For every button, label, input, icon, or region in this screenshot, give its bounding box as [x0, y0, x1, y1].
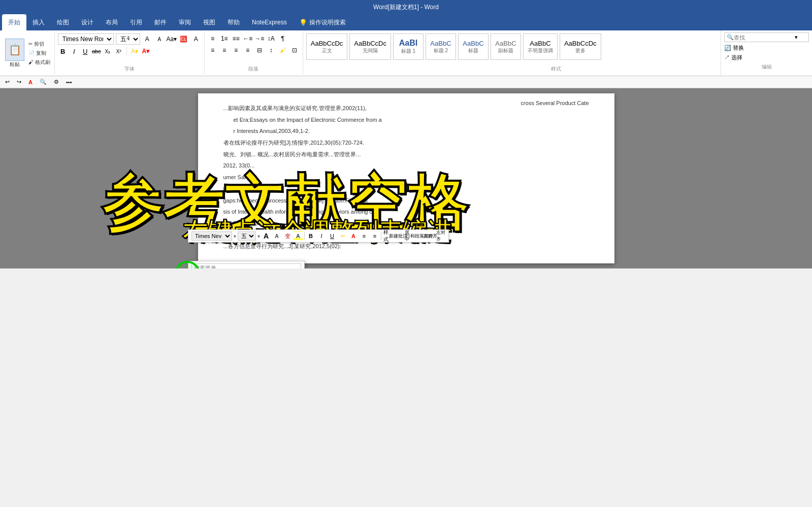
- paragraph-section: ≡ 1≡ ≡≡ ←≡ →≡ ↕A ¶ ≡ ≡ ≡ ≡ ⊟ ↕ 🖌 ⊡ 段落: [205, 31, 303, 75]
- line-spacing-button[interactable]: ↕: [266, 45, 276, 55]
- copy-icon: 📄: [28, 50, 35, 56]
- shrink-font-button[interactable]: A: [154, 34, 165, 44]
- style-emphasis[interactable]: AaBbC 不明显强调: [523, 33, 558, 60]
- find-input-row: 🔍 ▾: [724, 32, 809, 42]
- align-right-button[interactable]: ≡: [231, 45, 241, 55]
- subscript-button[interactable]: X₂: [103, 46, 113, 56]
- mini-align-left[interactable]: 左对齐: [426, 231, 435, 241]
- tab-view[interactable]: 视图: [197, 14, 221, 30]
- editing-label: 编辑: [724, 63, 809, 71]
- superscript-button[interactable]: X²: [114, 46, 124, 56]
- style-no-space[interactable]: AaBbCcDc 无间隔: [349, 33, 391, 60]
- tab-references[interactable]: 引用: [124, 14, 148, 30]
- font-section-label: 字体: [58, 65, 201, 73]
- font-row1: Times New Ron 五号 A A Aa▾ 🆑 A: [58, 33, 201, 45]
- undo-button[interactable]: ↩: [3, 78, 12, 86]
- style-heading2[interactable]: AaBbC 标题 2: [426, 33, 456, 60]
- style-heading1[interactable]: AaBI 标题 1: [393, 33, 424, 60]
- mini-transform[interactable]: 变: [283, 231, 292, 241]
- tab-noteexpress[interactable]: NoteExpress: [246, 14, 293, 30]
- fill-color-button[interactable]: 🖌: [278, 45, 288, 55]
- clipboard-section: 📋 粘贴 ✂ 剪切 📄 复制 🖌 格式刷: [2, 31, 55, 75]
- mini-font-select[interactable]: Times Nev: [191, 231, 232, 241]
- mini-bold[interactable]: B: [306, 231, 315, 241]
- clear-format-button[interactable]: 🆑: [179, 34, 189, 44]
- mini-indent[interactable]: ≡: [370, 231, 379, 241]
- italic-button[interactable]: I: [69, 46, 79, 56]
- find-bar: 🔍 ▾ 🔄 替换 ↗ 选择 编辑: [721, 30, 812, 75]
- style-normal-label: 正文: [311, 47, 343, 54]
- tab-review[interactable]: 审阅: [173, 14, 197, 30]
- style-title[interactable]: AaBbC 标题: [458, 33, 489, 60]
- mini-highlight[interactable]: A: [294, 231, 303, 241]
- replace-button[interactable]: 🔄 替换: [724, 44, 809, 52]
- sort-button[interactable]: ↕A: [266, 33, 276, 44]
- style-heading2-preview: AaBbC: [430, 40, 451, 47]
- tab-mailings[interactable]: 邮件: [148, 14, 173, 30]
- tab-design[interactable]: 设计: [75, 14, 100, 30]
- decrease-indent-button[interactable]: ←≡: [243, 33, 253, 44]
- mini-grow-font[interactable]: A: [262, 231, 271, 241]
- bullets-button[interactable]: ≡: [208, 33, 218, 44]
- align-left-button[interactable]: ≡: [208, 45, 218, 55]
- numbering-button[interactable]: 1≡: [219, 33, 230, 44]
- context-menu: ✂ 剪切(T) 📄 复制(C) 📋 粘贴选项: 📋 📄 A ⬜: [188, 261, 305, 268]
- mini-color[interactable]: A: [349, 231, 358, 241]
- text-effect-button[interactable]: A: [191, 34, 201, 44]
- mini-underline[interactable]: U: [328, 231, 337, 241]
- style-subtitle[interactable]: AaBbC 副标题: [491, 33, 521, 60]
- style-more[interactable]: AaBbCcDc 更多: [560, 33, 601, 60]
- cut-button[interactable]: ✂ 剪切: [27, 40, 51, 48]
- mini-list[interactable]: ≡: [360, 231, 369, 241]
- font-size-select[interactable]: 五号: [116, 33, 140, 45]
- justify-button[interactable]: ≡: [243, 45, 253, 55]
- grow-font-button[interactable]: A: [142, 34, 152, 44]
- copy-button[interactable]: 📄 复制: [27, 49, 51, 57]
- mini-size-select[interactable]: 五号: [238, 231, 256, 241]
- font-section: Times New Ron 五号 A A Aa▾ 🆑 A B I U abc X…: [55, 31, 205, 75]
- font-color-button[interactable]: A▾: [141, 46, 151, 56]
- ref-line-10: sis of Internet health information seeki…: [223, 207, 589, 217]
- title-bar: Word[新建文档1] - Word: [0, 0, 812, 14]
- context-search-input[interactable]: [191, 263, 301, 268]
- select-button[interactable]: ↗ 选择: [724, 54, 809, 61]
- change-case-button[interactable]: Aa▾: [167, 34, 177, 44]
- text-highlight-button[interactable]: A▾: [129, 46, 140, 56]
- tab-draw[interactable]: 绘图: [51, 14, 75, 30]
- redo-button[interactable]: ↪: [15, 78, 23, 86]
- align-center-button[interactable]: ≡: [219, 45, 230, 55]
- bold-button[interactable]: B: [58, 46, 68, 56]
- mini-italic[interactable]: I: [317, 231, 326, 241]
- find-dropdown-icon[interactable]: ▾: [795, 34, 798, 41]
- mini-align-right[interactable]: 左对齐: [436, 231, 445, 241]
- tab-search[interactable]: 💡 操作说明搜索: [293, 14, 352, 30]
- strikethrough-button[interactable]: abc: [91, 46, 102, 56]
- multilevel-list-button[interactable]: ≡≡: [231, 33, 241, 44]
- style-more-preview: AaBbCcDc: [564, 40, 597, 47]
- context-search-row: [188, 261, 304, 268]
- mini-shrink-font[interactable]: A: [272, 231, 281, 241]
- mini-new-comment[interactable]: 新建批注: [394, 231, 403, 241]
- font-name-select[interactable]: Times New Ron: [58, 33, 114, 45]
- increase-indent-button[interactable]: →≡: [254, 33, 265, 44]
- mini-line-spacing[interactable]: 行和段落间距: [415, 231, 424, 241]
- column-button[interactable]: ⊟: [254, 45, 265, 55]
- style-no-space-preview: AaBbCcDc: [354, 40, 386, 47]
- ribbon-tabs: 开始 插入 绘图 设计 布局 引用 邮件 审阅 视图 帮助 NoteExpres…: [0, 14, 812, 30]
- paste-button[interactable]: 📋 粘贴: [5, 39, 24, 68]
- format-qt-button[interactable]: A: [26, 79, 35, 86]
- zoom-qt-button[interactable]: 🔍: [38, 78, 49, 86]
- border-button[interactable]: ⊡: [289, 45, 300, 55]
- tab-home[interactable]: 开始: [2, 14, 26, 30]
- tab-insert[interactable]: 插入: [26, 14, 51, 30]
- find-text-input[interactable]: [734, 35, 795, 41]
- tab-layout[interactable]: 布局: [100, 14, 124, 30]
- tab-help[interactable]: 帮助: [221, 14, 246, 30]
- underline-button[interactable]: U: [80, 46, 90, 56]
- format-painter-button[interactable]: 🖌 格式刷: [27, 58, 51, 66]
- show-formatting-button[interactable]: ¶: [278, 33, 288, 44]
- settings-qt-button[interactable]: ⚙: [52, 78, 61, 86]
- style-normal[interactable]: AaBbCcDc 正文: [306, 33, 348, 60]
- mini-highlight2[interactable]: ✏: [338, 231, 347, 241]
- more-qt-button[interactable]: •••: [64, 79, 74, 86]
